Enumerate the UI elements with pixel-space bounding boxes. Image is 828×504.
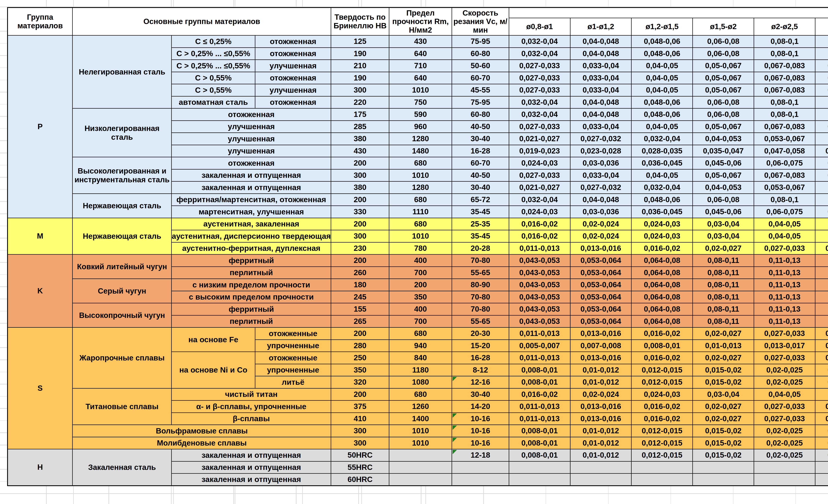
feed-cell[interactable]: 0,027-0,033 — [509, 84, 570, 96]
feed-range-header[interactable]: ø1,5-ø2 — [693, 18, 754, 35]
feed-cell[interactable]: 0,04-0,05 — [631, 60, 693, 72]
group-cell-M[interactable]: M — [8, 218, 73, 254]
feed-cell[interactable]: 0,027-0,033 — [754, 242, 815, 254]
feed-cell[interactable]: 0,03-0,04 — [693, 218, 754, 230]
feed-cell[interactable]: 0,032-0,04 — [509, 47, 570, 60]
feed-cell[interactable]: 0,04-0,048 — [570, 35, 631, 48]
feed-cell[interactable]: 0,08-0,1 — [754, 96, 815, 109]
feed-cell[interactable]: 0,043-0,053 — [509, 254, 570, 267]
feed-cell[interactable]: 0,067-0,083 — [754, 169, 815, 181]
feed-cell[interactable]: 0,01-0,012 — [570, 437, 631, 449]
feed-cell[interactable]: 0,032-0,04 — [509, 35, 570, 48]
strength-cell[interactable]: 960 — [389, 121, 452, 133]
feed-cell[interactable]: 0,04-0,05 — [754, 218, 815, 230]
feed-cell[interactable]: 0,02-0,025 — [754, 364, 815, 376]
hardness-cell[interactable]: 230 — [331, 242, 389, 254]
state-cell[interactable]: закаленная и отпущенная — [172, 449, 331, 461]
feed-cell[interactable]: 0,043-0,053 — [509, 291, 570, 303]
header-main-material-groups[interactable]: Основные группы материалов — [73, 8, 331, 35]
feed-cell[interactable]: 0,033-0,04 — [570, 169, 631, 181]
state-cell[interactable]: отожженная — [255, 35, 331, 48]
material-cell[interactable]: Нелегированная сталь — [73, 35, 172, 109]
hardness-cell[interactable]: 55HRC — [331, 461, 389, 473]
hardness-cell[interactable]: 210 — [331, 60, 389, 72]
strength-cell[interactable]: 200 — [389, 279, 452, 291]
hardness-cell[interactable]: 430 — [331, 145, 389, 157]
state-cell[interactable]: ферритная/мартенситная, отожженная — [172, 194, 331, 206]
feed-cell[interactable]: 0,1-0,16 — [815, 194, 828, 206]
feed-cell[interactable]: 0,024-0,03 — [509, 157, 570, 169]
feed-cell[interactable]: 0,083-0,13 — [815, 84, 828, 96]
strength-cell[interactable]: 430 — [389, 35, 452, 48]
strength-cell[interactable] — [389, 461, 452, 473]
state-cell[interactable]: мартенситная, улучшенная — [172, 206, 331, 218]
strength-cell[interactable]: 700 — [389, 266, 452, 279]
cutting-speed-cell[interactable]: 10-16 — [452, 425, 509, 437]
strength-cell[interactable]: 1010 — [389, 169, 452, 181]
feed-cell[interactable]: 0,032-0,04 — [509, 109, 570, 121]
feed-cell[interactable]: 0,025-0,04 — [815, 449, 828, 461]
feed-cell[interactable]: 0,02-0,025 — [754, 449, 815, 461]
feed-cell[interactable]: 0,04-0,05 — [754, 230, 815, 242]
feed-cell[interactable]: 0,012-0,015 — [631, 437, 693, 449]
feed-cell[interactable]: 0,03-0,04 — [693, 230, 754, 242]
header-material-group[interactable]: Группа материалов — [8, 8, 73, 35]
hardness-cell[interactable]: 280 — [331, 340, 389, 352]
feed-cell[interactable]: 0,06-0,08 — [693, 109, 754, 121]
feed-cell[interactable]: 0,08-0,11 — [693, 254, 754, 267]
feed-cell[interactable]: 0,015-0,02 — [693, 376, 754, 388]
cutting-speed-cell[interactable]: 35-45 — [452, 230, 509, 242]
feed-cell[interactable]: 0,024-0,03 — [631, 218, 693, 230]
state-cell[interactable]: чистый титан — [172, 388, 331, 401]
feed-cell[interactable]: 0,064-0,08 — [631, 315, 693, 328]
strength-cell[interactable] — [389, 473, 452, 486]
state-cell[interactable]: ферритный — [172, 303, 331, 316]
feed-cell[interactable]: 0,067-0,083 — [754, 121, 815, 133]
hardness-cell[interactable]: 190 — [331, 72, 389, 84]
feed-cell[interactable]: 0,033-0,053 — [815, 352, 828, 364]
strength-cell[interactable]: 1260 — [389, 401, 452, 413]
feed-cell[interactable]: 0,008-0,01 — [509, 425, 570, 437]
hardness-cell[interactable]: 50HRC — [331, 449, 389, 461]
strength-cell[interactable]: 1280 — [389, 181, 452, 194]
feed-cell[interactable]: 0,036-0,045 — [631, 157, 693, 169]
feed-cell[interactable]: 0,036-0,045 — [631, 206, 693, 218]
hardness-cell[interactable]: 265 — [331, 315, 389, 328]
material-cell[interactable]: Ковкий литейный чугун — [73, 254, 172, 279]
cutting-speed-cell[interactable]: 35-45 — [452, 206, 509, 218]
hardness-cell[interactable]: 200 — [331, 328, 389, 340]
state-cell[interactable]: закаленная и отпущенная — [172, 473, 331, 486]
feed-range-header[interactable]: ø1,2-ø1,5 — [631, 18, 693, 35]
feed-cell[interactable]: 0,007-0,008 — [570, 340, 631, 352]
feed-cell[interactable]: 0,03-0,04 — [693, 388, 754, 401]
feed-cell[interactable]: 0,083-0,13 — [815, 72, 828, 84]
feed-cell[interactable]: 0,064-0,08 — [631, 291, 693, 303]
feed-cell[interactable]: 0,048-0,06 — [631, 194, 693, 206]
feed-cell[interactable]: 0,02-0,025 — [754, 437, 815, 449]
feed-cell[interactable]: 0,033-0,053 — [815, 328, 828, 340]
feed-cell[interactable]: 0,13-0,21 — [815, 291, 828, 303]
cutting-speed-cell[interactable]: 30-40 — [452, 133, 509, 145]
feed-cell[interactable]: 0,04-0,05 — [631, 169, 693, 181]
strength-cell[interactable]: 1400 — [389, 413, 452, 425]
header-feed[interactable]: Подача Fn, мм/об — [509, 8, 828, 18]
feed-cell[interactable]: 0,048-0,06 — [631, 47, 693, 60]
feed-cell[interactable] — [570, 461, 631, 473]
hardness-cell[interactable]: 200 — [331, 194, 389, 206]
feed-cell[interactable]: 0,024-0,03 — [509, 206, 570, 218]
material-cell[interactable]: Титановые сплавы — [73, 388, 172, 425]
cutting-speed-cell[interactable]: 70-80 — [452, 254, 509, 267]
hardness-cell[interactable]: 300 — [331, 230, 389, 242]
feed-cell[interactable]: 0,017-0,027 — [815, 340, 828, 352]
feed-cell[interactable]: 0,035-0,047 — [693, 145, 754, 157]
strength-cell[interactable]: 680 — [389, 218, 452, 230]
cutting-speed-cell[interactable]: 14-20 — [452, 401, 509, 413]
hardness-cell[interactable]: 320 — [331, 376, 389, 388]
material-cell[interactable]: Высоколегированная и инструментальная ст… — [73, 157, 172, 194]
feed-cell[interactable]: 0,033-0,053 — [815, 242, 828, 254]
material-cell[interactable]: Нержавеющая сталь — [73, 194, 172, 218]
strength-cell[interactable]: 680 — [389, 157, 452, 169]
feed-cell[interactable] — [631, 461, 693, 473]
feed-range-header[interactable]: ø2-ø2,5 — [754, 18, 815, 35]
material-cell[interactable]: Вольфрамовые сплавы — [73, 425, 331, 437]
